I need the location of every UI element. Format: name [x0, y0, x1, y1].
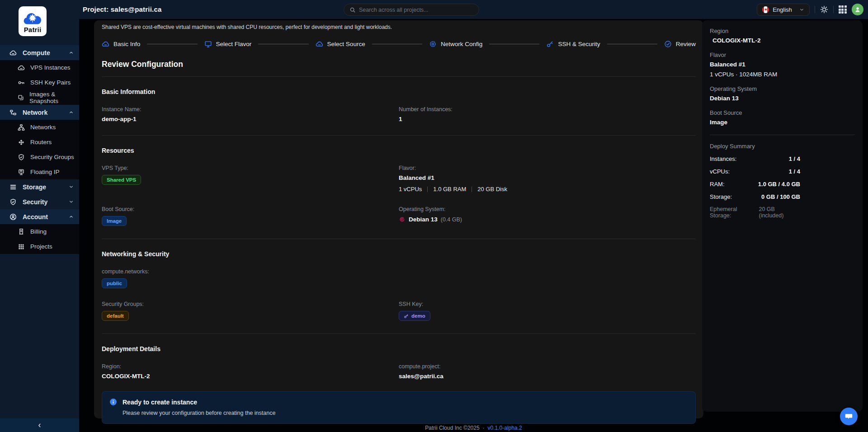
chevron-left-icon: [37, 423, 42, 428]
language-selector[interactable]: English: [757, 4, 810, 16]
summary-label: Storage:: [710, 193, 732, 200]
step-label: Basic Info: [113, 41, 140, 47]
key-icon: [546, 40, 554, 48]
chevron-down-icon: [69, 184, 74, 189]
footer-separator: ·: [483, 425, 485, 431]
sidebar-group-network[interactable]: Network: [0, 105, 79, 120]
sun-icon: [820, 5, 828, 14]
security-group-badge: default: [102, 311, 129, 321]
step-ssh-security[interactable]: SSH & Security: [546, 40, 600, 48]
chat-launcher-button[interactable]: [840, 408, 858, 425]
networks-field: compute.networks: public: [102, 268, 696, 288]
ssh-key-badge: demo: [399, 311, 430, 321]
security-groups-field: Security Groups: default: [102, 301, 399, 321]
summary-label: vCPUs:: [710, 168, 730, 175]
flavor-label: Flavor:: [399, 165, 696, 171]
step-review[interactable]: Review: [664, 40, 696, 48]
sidebar-item-security-groups[interactable]: Security Groups: [0, 150, 79, 164]
ready-info-alert: Ready to create instance Please review y…: [102, 391, 696, 424]
step-basic-info[interactable]: Basic Info: [102, 40, 140, 48]
os-name: Debian 13: [409, 216, 438, 223]
sidebar-group-security[interactable]: Security: [0, 194, 79, 209]
hierarchy-icon: [18, 124, 25, 131]
panel-flavor-label: Flavor: [710, 52, 855, 58]
summary-value: 0 GB / 100 GB: [761, 193, 800, 200]
sidebar-item-images-snapshots[interactable]: Images & Snapshots: [0, 90, 79, 105]
cloud-server-icon: [9, 49, 17, 56]
step-label: Select Source: [327, 41, 365, 47]
step-connector: [258, 44, 308, 45]
sidebar-item-label: Billing: [30, 228, 47, 235]
divider: [833, 6, 834, 13]
receipt-icon: [18, 228, 25, 235]
theme-toggle-button[interactable]: [820, 5, 828, 14]
divider: [472, 187, 472, 192]
sidebar-item-floating-ip[interactable]: Floating IP: [0, 164, 79, 179]
step-network-config[interactable]: Network Config: [429, 40, 482, 48]
search-input[interactable]: [359, 7, 473, 13]
info-icon: [109, 398, 117, 406]
sidebar-item-networks[interactable]: Networks: [0, 120, 79, 135]
ephemeral-value: 20 GB (included): [759, 206, 800, 219]
step-label: Select Flavor: [216, 41, 252, 47]
user-avatar[interactable]: [852, 4, 863, 15]
router-arrows-icon: [18, 139, 25, 146]
vps-type-label: VPS Type:: [102, 165, 399, 171]
sidebar-group-compute[interactable]: Compute: [0, 45, 79, 60]
step-select-source[interactable]: Select Source: [316, 40, 365, 48]
sidebar-group-label: Network: [23, 109, 47, 116]
sidebar: Patrii Compute VPS Instances SSH Key Pai…: [0, 0, 79, 432]
networking-security-heading: Networking & Security: [102, 250, 696, 258]
step-label: Network Config: [441, 41, 482, 47]
summary-row-ram: RAM: 1.0 GB / 4.0 GB: [710, 181, 800, 188]
step-select-flavor[interactable]: Select Flavor: [204, 40, 252, 48]
sidebar-group-label: Storage: [23, 183, 46, 191]
cloud-server-icon: [18, 64, 25, 71]
panel-flavor-value: Balanced #1: [710, 61, 855, 68]
sidebar-group-label: Security: [23, 198, 47, 206]
sidebar-item-ssh-key-pairs[interactable]: SSH Key Pairs: [0, 75, 79, 90]
review-configuration-card: Shared VPS are cost-effective virtual ma…: [94, 20, 703, 418]
patrii-logo[interactable]: Patrii: [19, 6, 47, 36]
security-grid: Security Groups: default SSH Key: demo: [102, 301, 696, 321]
boot-source-label: Boot Source:: [102, 206, 399, 212]
gear-icon: [429, 40, 437, 48]
shield-check-icon: [9, 198, 17, 206]
project-field: compute.project: sales@patrii.ca: [399, 363, 696, 380]
cloud-icon: [316, 40, 323, 48]
panel-os-label: Operating System: [710, 85, 855, 92]
sidebar-group-storage[interactable]: Storage: [0, 179, 79, 194]
brand-name: Patrii: [24, 26, 42, 33]
step-label: SSH & Security: [558, 41, 600, 47]
shield-check-icon: [18, 154, 25, 161]
instance-name-value: demo-app-1: [102, 116, 399, 122]
spec-disk: 20 GB Disk: [477, 186, 507, 193]
global-search[interactable]: [344, 4, 479, 16]
region-label: Region:: [102, 363, 399, 370]
sidebar-subgroup-account: Billing Projects: [0, 224, 79, 254]
region-value: COLOGIX-MTL-2: [102, 373, 399, 380]
deploy-summary-panel: Region COLOGIX-MTL-2 Flavor Balanced #1 …: [702, 20, 863, 412]
spec-ram: 1.0 GB RAM: [433, 186, 466, 193]
sidebar-group-label: Compute: [23, 49, 50, 56]
sidebar-item-routers[interactable]: Routers: [0, 135, 79, 150]
apps-grid-button[interactable]: [839, 5, 847, 14]
sidebar-item-vps-instances[interactable]: VPS Instances: [0, 60, 79, 75]
summary-label: Instances:: [710, 155, 736, 162]
account-icon: [9, 213, 17, 221]
divider: [710, 135, 855, 135]
vps-type-badge: Shared VPS: [102, 175, 141, 185]
cloud-server-icon: [102, 40, 109, 48]
sidebar-collapse-button[interactable]: [0, 418, 79, 432]
summary-row-vcpus: vCPUs: 1 / 4: [710, 168, 800, 175]
monitor-ip-icon: [18, 169, 25, 176]
version-link[interactable]: v0.1.0-alpha.2: [488, 425, 522, 431]
sidebar-item-billing[interactable]: Billing: [0, 224, 79, 239]
boot-source-field: Boot Source: Image: [102, 206, 399, 226]
grid-icon: [839, 5, 847, 14]
sidebar-item-label: Floating IP: [30, 169, 60, 175]
monitor-icon: [204, 40, 212, 48]
sidebar-item-projects[interactable]: Projects: [0, 239, 79, 254]
chevron-up-icon: [69, 50, 74, 55]
sidebar-group-account[interactable]: Account: [0, 209, 79, 224]
